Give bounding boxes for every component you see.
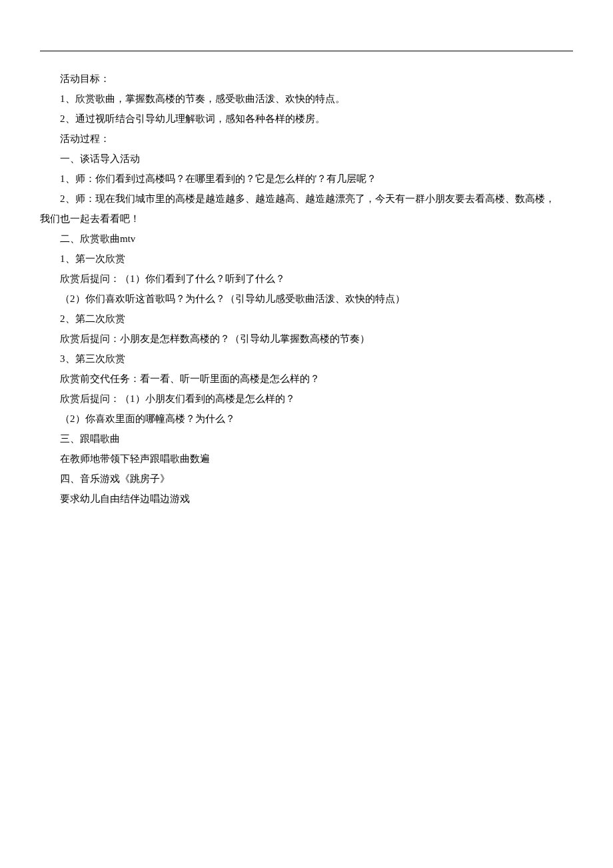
horizontal-rule xyxy=(40,51,573,51)
paragraph-line: 在教师地带领下轻声跟唱歌曲数遍 xyxy=(40,449,573,469)
paragraph-line: 2、师：现在我们城市里的高楼是越造越多、越造越高、越造越漂亮了，今天有一群小朋友… xyxy=(40,189,573,209)
paragraph-line: 三、跟唱歌曲 xyxy=(40,429,573,449)
paragraph-line: 欣赏后提问：（1）小朋友们看到的高楼是怎么样的？ xyxy=(40,389,573,409)
paragraph-line: （2）你们喜欢听这首歌吗？为什么？（引导幼儿感受歌曲活泼、欢快的特点） xyxy=(40,289,573,309)
paragraph-line: 1、师：你们看到过高楼吗？在哪里看到的？它是怎么样的'？有几层呢？ xyxy=(40,169,573,189)
paragraph-line: 我们也一起去看看吧！ xyxy=(40,209,573,229)
paragraph-line: 欣赏后提问：（1）你们看到了什么？听到了什么？ xyxy=(40,269,573,289)
paragraph-line: 二、欣赏歌曲mtv xyxy=(40,229,573,249)
document-body: 活动目标： 1、欣赏歌曲，掌握数高楼的节奏，感受歌曲活泼、欢快的特点。 2、通过… xyxy=(40,69,573,509)
paragraph-line: 四、音乐游戏《跳房子》 xyxy=(40,469,573,489)
paragraph-line: 一、谈话导入活动 xyxy=(40,149,573,169)
paragraph-line: 活动过程： xyxy=(40,129,573,149)
paragraph-line: （2）你喜欢里面的哪幢高楼？为什么？ xyxy=(40,409,573,429)
paragraph-line: 2、第二次欣赏 xyxy=(40,309,573,329)
paragraph-line: 3、第三次欣赏 xyxy=(40,349,573,369)
paragraph-line: 要求幼儿自由结伴边唱边游戏 xyxy=(40,489,573,509)
paragraph-line: 1、第一次欣赏 xyxy=(40,249,573,269)
paragraph-line: 欣赏前交代任务：看一看、听一听里面的高楼是怎么样的？ xyxy=(40,369,573,389)
paragraph-line: 欣赏后提问：小朋友是怎样数高楼的？（引导幼儿掌握数高楼的节奏） xyxy=(40,329,573,349)
paragraph-line: 1、欣赏歌曲，掌握数高楼的节奏，感受歌曲活泼、欢快的特点。 xyxy=(40,89,573,109)
paragraph-line: 活动目标： xyxy=(40,69,573,89)
paragraph-line: 2、通过视听结合引导幼儿理解歌词，感知各种各样的楼房。 xyxy=(40,109,573,129)
